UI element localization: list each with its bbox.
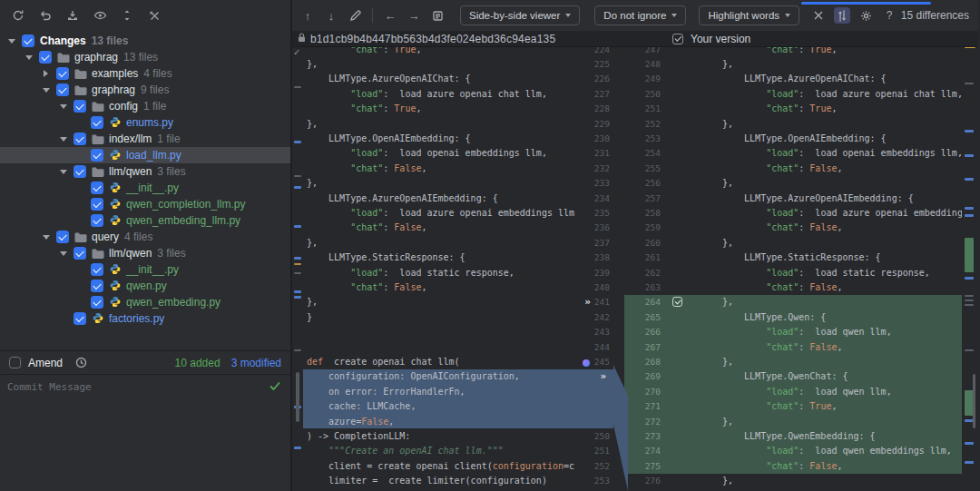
include-checkbox[interactable] [91,198,103,211]
include-checkbox[interactable] [74,100,86,113]
tree-row--init-py[interactable]: __init__.py [0,261,290,278]
edit-source-icon[interactable] [347,7,363,24]
sync-scrolling-icon[interactable] [834,7,850,24]
code-text: azure=False, [303,417,577,427]
code-text: "chat": False, [668,222,962,232]
code-text: }, [668,119,962,129]
tree-row-graphrag[interactable]: graphrag13 files [0,49,290,65]
collapse-unchanged-icon[interactable] [810,7,827,24]
code-text: LLMType.OpenAIEmbedding: { [303,133,577,143]
code-text: "chat": False, [303,222,577,232]
line-number: 238 [577,252,613,262]
refresh-icon[interactable] [11,8,25,23]
warning-icon [965,47,975,48]
tree-row-load-llm-py[interactable]: load_llm.py [0,147,290,163]
include-checkbox[interactable] [74,312,86,325]
tree-row-meta: 3 files [157,165,185,178]
code-text: }, [303,238,577,248]
include-checkbox[interactable] [22,34,34,47]
tree-row-query[interactable]: query4 files [0,229,290,245]
include-checkbox[interactable] [56,83,69,96]
code-line-right-265: 265 LLMType.Qwen: { [628,309,962,324]
chevron-down-icon[interactable] [42,233,49,241]
viewer-mode-dropdown[interactable]: Side-by-side viewer [460,5,580,25]
code-line-left-228: "chat": True,228 [303,102,613,116]
include-change-checkbox[interactable] [672,297,682,307]
include-checkbox[interactable] [74,133,86,145]
code-text: "load": _load_azure_openai_chat_llm, [303,89,577,99]
change-marker [294,263,301,265]
include-checkbox[interactable] [74,247,86,260]
tree-row-qwen-embeding-py[interactable]: qwen_embeding.py [0,294,290,310]
tree-row-examples[interactable]: examples4 files [0,65,290,82]
tree-row-index-llm[interactable]: index/llm1 file [0,131,290,147]
line-number: 240 [577,282,613,292]
chevron-right-icon[interactable] [42,70,49,77]
include-checkbox[interactable] [91,182,103,194]
help-icon[interactable]: ? [881,7,897,24]
chevron-down-icon[interactable] [24,54,32,61]
code-text: "chat": True, [303,47,577,54]
tree-row-llm-qwen[interactable]: llm/qwen3 files [0,163,290,180]
goto-source-icon[interactable] [429,7,446,24]
include-checkbox[interactable] [91,263,103,276]
shelve-icon[interactable] [65,8,80,23]
scrollbar-thumb[interactable] [973,374,975,428]
tree-row-llm-qwen[interactable]: llm/qwen3 files [0,245,290,261]
next-difference-icon[interactable]: ↓ [323,7,339,24]
tree-row--init-py[interactable]: __init__.py [0,180,290,196]
include-checkbox[interactable] [56,67,69,80]
rollback-icon[interactable] [38,8,53,23]
chevron-down-icon[interactable] [59,103,66,110]
diff-pane-left[interactable]: "chat": True,224},225 LLMType.AzureOpenA… [303,47,613,491]
change-dot-icon[interactable] [583,359,590,367]
history-clock-icon[interactable] [74,356,88,370]
code-text: LLMType.OpenAIEmbedding: { [668,133,962,143]
include-checkbox[interactable] [91,149,103,162]
tree-row-factories-py[interactable]: factories.py [0,310,290,327]
commit-message-input[interactable]: Commit Message [0,374,290,491]
right-scroll-stripe[interactable] [962,47,978,491]
fold-marker-icon[interactable]: » [584,296,591,308]
line-number: 268 [628,357,668,367]
expand-all-icon[interactable] [120,8,134,23]
chevron-down-icon[interactable] [42,86,49,93]
tree-row-enums-py[interactable]: enums.py [0,114,290,131]
tree-row-qwen-completion-llm-py[interactable]: qwen_completion_llm.py [0,196,290,212]
next-file-icon[interactable]: → [406,7,422,24]
include-checkbox[interactable] [91,214,103,227]
collapse-all-icon[interactable] [147,8,162,23]
code-text: "load": _load_qwen_llm, [668,387,962,397]
diff-pane-right[interactable]: 247 "chat": True,248},249 LLMType.AzureO… [628,47,962,491]
tree-row-config[interactable]: config1 file [0,98,290,114]
your-version-checkbox[interactable] [672,34,683,44]
include-checkbox[interactable] [91,116,103,129]
chevron-down-icon[interactable] [59,250,66,257]
tree-row-changes[interactable]: Changes13 files [0,33,290,49]
highlight-policy-dropdown[interactable]: Highlight words [699,5,799,25]
ignore-policy-dropdown[interactable]: Do not ignore [594,5,686,25]
prev-difference-icon[interactable]: ↑ [299,7,316,24]
include-checkbox[interactable] [91,296,103,309]
tree-row-graphrag[interactable]: graphrag9 files [0,82,290,98]
amend-checkbox[interactable] [9,357,21,368]
tree-row-qwen-py[interactable]: qwen.py [0,278,290,294]
include-checkbox[interactable] [91,280,103,292]
include-checkbox[interactable] [74,165,86,178]
chevron-down-icon[interactable] [59,135,66,142]
chevron-down-icon[interactable] [7,37,15,44]
chevron-down-icon[interactable] [59,168,66,175]
preview-diff-icon[interactable] [93,8,107,23]
fold-marker-icon[interactable]: » [600,370,606,382]
include-checkbox[interactable] [39,51,52,64]
tree-row-qwen-embeding-llm-py[interactable]: qwen_embeding_llm.py [0,212,290,229]
settings-gear-icon[interactable] [858,7,874,24]
include-checkbox[interactable] [56,231,69,243]
scrollbar-thumb[interactable] [296,372,299,422]
line-number: 232 [577,163,613,173]
change-marker [965,349,974,351]
prev-file-icon[interactable]: ← [382,7,398,24]
change-marker [965,130,974,133]
code-line-left-243: 243 [303,325,613,339]
left-scroll-stripe[interactable]: ✓ [292,47,303,491]
